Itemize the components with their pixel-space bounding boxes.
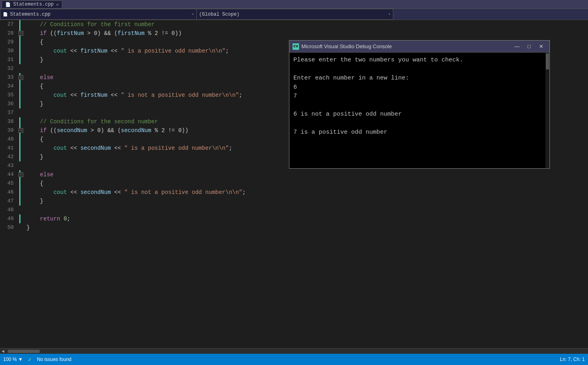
console-output-line bbox=[293, 101, 545, 110]
file-tab-icon: 📄 bbox=[5, 2, 11, 7]
minimize-button[interactable]: — bbox=[512, 42, 522, 51]
code-line-28: 28− if ((firstNum > 0) && (firstNum % 2 … bbox=[0, 29, 588, 38]
collapse-button[interactable]: − bbox=[18, 128, 23, 133]
gutter-bar bbox=[19, 55, 20, 64]
scope-selector-label: (Global Scope) bbox=[199, 12, 240, 17]
maximize-button[interactable]: □ bbox=[524, 42, 534, 51]
code-content-47: } bbox=[25, 197, 588, 206]
gutter-bar bbox=[19, 20, 20, 29]
line-number: 39 bbox=[0, 126, 17, 135]
tab-filename: Statements.cpp bbox=[13, 2, 54, 7]
console-title-bar: cv Microsoft Visual Studio Debug Console… bbox=[289, 41, 549, 53]
status-check-icon: ✓ bbox=[28, 357, 32, 363]
code-line-45: 45 { bbox=[0, 179, 588, 188]
gutter-38 bbox=[17, 117, 25, 126]
console-output-line: Enter each number in a new line: bbox=[293, 74, 545, 83]
gutter-47 bbox=[17, 197, 25, 206]
gutter-bar bbox=[19, 100, 20, 108]
code-content-44: else bbox=[25, 170, 588, 179]
file-tab[interactable]: 📄 Statements.cpp ✕ bbox=[2, 0, 62, 8]
line-number: 29 bbox=[0, 38, 17, 47]
gutter-44: − bbox=[17, 170, 25, 179]
line-number: 38 bbox=[0, 117, 17, 126]
line-number: 32 bbox=[0, 64, 17, 73]
gutter-bar bbox=[19, 135, 20, 144]
scope-selector[interactable]: (Global Scope) ▾ bbox=[197, 9, 393, 20]
console-output-line bbox=[293, 119, 545, 128]
code-line-50: 50} bbox=[0, 223, 588, 232]
collapse-button[interactable]: − bbox=[18, 31, 23, 36]
console-scrollbar[interactable] bbox=[545, 53, 549, 168]
gutter-34 bbox=[17, 82, 25, 91]
line-number: 35 bbox=[0, 91, 17, 100]
file-selector[interactable]: 📄 Statements.cpp ▾ bbox=[0, 9, 197, 20]
line-number: 49 bbox=[0, 214, 17, 223]
line-column-indicator: Ln: 7, Ch: 1 bbox=[560, 357, 585, 362]
zoom-selector[interactable]: 100 % ▼ bbox=[3, 357, 23, 362]
line-number: 31 bbox=[0, 55, 17, 64]
gutter-36 bbox=[17, 100, 25, 108]
code-content-45: { bbox=[25, 179, 588, 188]
console-app-icon: cv bbox=[293, 43, 299, 50]
horizontal-scroll-thumb[interactable] bbox=[8, 350, 40, 353]
line-number: 42 bbox=[0, 153, 17, 161]
file-selector-icon: 📄 bbox=[3, 12, 8, 17]
zoom-chevron: ▼ bbox=[18, 357, 23, 362]
gutter-bar bbox=[19, 214, 20, 223]
code-line-47: 47 } bbox=[0, 197, 588, 206]
zoom-level: 100 % bbox=[3, 357, 17, 362]
status-right: Ln: 7, Ch: 1 bbox=[560, 357, 585, 362]
file-selector-label: Statements.cpp bbox=[10, 12, 51, 17]
line-number: 37 bbox=[0, 108, 17, 117]
gutter-49 bbox=[17, 214, 25, 223]
gutter-27 bbox=[17, 20, 25, 29]
console-output-line: 6 bbox=[293, 83, 545, 92]
collapse-button[interactable]: − bbox=[18, 75, 23, 80]
gutter-bar bbox=[19, 91, 20, 100]
gutter-37 bbox=[17, 108, 25, 117]
code-content-48 bbox=[25, 206, 588, 214]
horizontal-scrollbar[interactable]: ◀ bbox=[0, 348, 588, 354]
code-content-49: return 0; bbox=[25, 214, 588, 223]
gutter-35 bbox=[17, 91, 25, 100]
code-line-49: 49 return 0; bbox=[0, 214, 588, 223]
code-content-27: // Conditions for the first number bbox=[25, 20, 588, 29]
scroll-left-arrow[interactable]: ◀ bbox=[0, 349, 6, 354]
gutter-30 bbox=[17, 47, 25, 55]
close-button[interactable]: ✕ bbox=[536, 42, 546, 51]
line-number: 30 bbox=[0, 47, 17, 55]
line-number: 45 bbox=[0, 179, 17, 188]
code-content-28: if ((firstNum > 0) && (firstNum % 2 != 0… bbox=[25, 29, 588, 38]
console-output-line: Please enter the two numbers you want to… bbox=[293, 56, 545, 65]
status-bar: 100 % ▼ ✓ No issues found Ln: 7, Ch: 1 bbox=[0, 354, 588, 365]
gutter-32 bbox=[17, 64, 25, 73]
console-scrollbar-thumb bbox=[546, 53, 549, 69]
line-number: 36 bbox=[0, 100, 17, 108]
line-number: 50 bbox=[0, 223, 17, 232]
window-controls: — □ ✕ bbox=[512, 42, 546, 51]
gutter-40 bbox=[17, 135, 25, 144]
gutter-46 bbox=[17, 188, 25, 197]
file-selector-chevron: ▾ bbox=[192, 12, 194, 16]
gutter-bar bbox=[19, 82, 20, 91]
gutter-29 bbox=[17, 38, 25, 47]
line-number: 43 bbox=[0, 161, 17, 170]
scope-selector-chevron: ▾ bbox=[389, 12, 391, 16]
gutter-bar bbox=[19, 144, 20, 153]
gutter-45 bbox=[17, 179, 25, 188]
console-body: Please enter the two numbers you want to… bbox=[289, 53, 549, 168]
line-number: 41 bbox=[0, 144, 17, 153]
code-line-44: 44− else bbox=[0, 170, 588, 179]
tab-close-button[interactable]: ✕ bbox=[56, 2, 59, 7]
console-output-line: 7 bbox=[293, 92, 545, 101]
gutter-42 bbox=[17, 153, 25, 161]
code-line-27: 27 // Conditions for the first number bbox=[0, 20, 588, 29]
gutter-bar bbox=[19, 197, 20, 206]
gutter-31 bbox=[17, 55, 25, 64]
gutter-48 bbox=[17, 206, 25, 214]
console-output-line bbox=[293, 65, 545, 74]
collapse-button[interactable]: − bbox=[18, 172, 23, 177]
console-title-text: Microsoft Visual Studio Debug Console bbox=[301, 43, 512, 49]
gutter-28: − bbox=[17, 29, 25, 38]
toolbar-left: 📄 Statements.cpp ▾ (Global Scope) ▾ bbox=[0, 9, 588, 20]
